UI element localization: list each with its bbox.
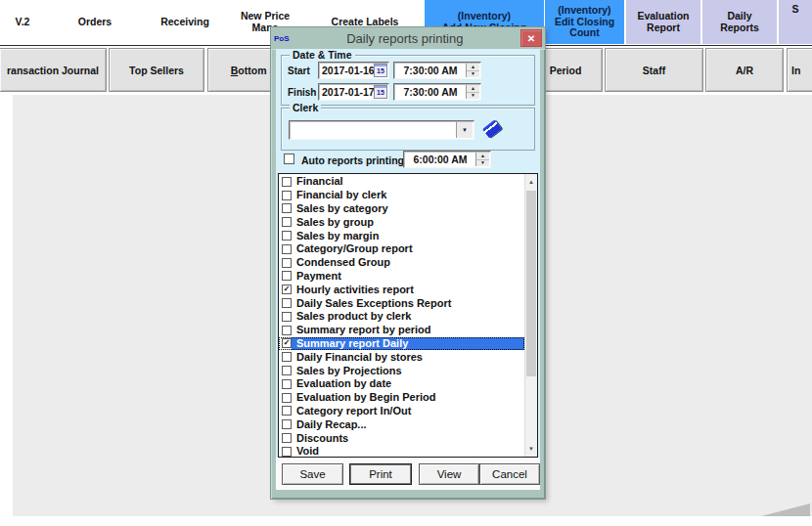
checkbox-icon[interactable]: [282, 406, 292, 416]
report-label[interactable]: Sales by group: [292, 216, 524, 229]
auto-time-spinner[interactable]: ▲▼: [475, 153, 489, 166]
report-item-sales-by-category[interactable]: Sales by category: [279, 202, 524, 216]
checkbox-icon[interactable]: [282, 379, 292, 389]
checkbox-icon[interactable]: [282, 271, 292, 281]
resize-grip-icon[interactable]: [761, 504, 810, 516]
report-item-void[interactable]: Void: [279, 445, 524, 458]
checkbox-icon[interactable]: [282, 258, 292, 268]
checkbox-icon[interactable]: [282, 312, 292, 322]
cancel-button[interactable]: Cancel: [479, 463, 540, 485]
toolbar-button-s[interactable]: S: [779, 0, 812, 44]
report-label[interactable]: Evaluation by Begin Period: [292, 391, 524, 404]
report-item-category-group-report[interactable]: Category/Group report: [279, 242, 524, 256]
report-label[interactable]: Hourly activities report: [292, 284, 524, 296]
checkbox-checked-icon[interactable]: ✓: [282, 338, 292, 348]
checkbox-icon[interactable]: [282, 366, 292, 375]
report-item-sales-by-group[interactable]: Sales by group: [279, 215, 524, 229]
report-label[interactable]: Condensed Group: [292, 256, 524, 269]
toolbar-button-a-r[interactable]: A/R: [705, 48, 784, 92]
report-label[interactable]: Daily Recap...: [292, 418, 524, 431]
report-item-discounts[interactable]: Discounts: [279, 431, 524, 445]
report-label[interactable]: Payment: [292, 270, 524, 283]
report-label[interactable]: Void: [292, 445, 524, 458]
start-time-spinner[interactable]: ▲▼: [466, 64, 479, 77]
checkbox-icon[interactable]: [282, 217, 292, 227]
clerk-dropdown[interactable]: ▼: [289, 120, 474, 140]
report-item-sales-by-margin[interactable]: Sales by margin: [279, 229, 524, 242]
checkbox-icon[interactable]: [282, 393, 292, 403]
start-time-field[interactable]: 7:30:00 AM ▲▼: [393, 62, 481, 79]
report-item-financial-by-clerk[interactable]: Financial by clerk: [279, 189, 524, 202]
save-button[interactable]: Save: [282, 463, 343, 485]
report-label[interactable]: Summary report by period: [292, 324, 524, 336]
checkbox-icon[interactable]: [282, 203, 292, 213]
auto-reports-checkbox[interactable]: [284, 153, 294, 164]
report-item-daily-sales-exceptions-report[interactable]: Daily Sales Exceptions Report: [279, 296, 524, 310]
finish-time-spinner[interactable]: ▲▼: [466, 85, 479, 99]
report-label[interactable]: Financial by clerk: [292, 189, 524, 201]
scroll-up-icon[interactable]: ▲: [525, 174, 537, 190]
finish-time-field[interactable]: 7:30:00 AM ▲▼: [393, 83, 481, 101]
toolbar-button-receiving[interactable]: Receiving: [145, 0, 226, 44]
report-item-daily-recap[interactable]: Daily Recap...: [279, 417, 524, 431]
checkbox-icon[interactable]: [282, 326, 292, 335]
checkbox-checked-icon[interactable]: ✓: [282, 285, 292, 294]
report-item-financial[interactable]: Financial: [279, 175, 524, 189]
toolbar-button-v-2[interactable]: V.2: [0, 0, 46, 44]
toolbar-button-staff[interactable]: Staff: [605, 48, 703, 92]
report-label[interactable]: Category report In/Out: [292, 405, 524, 417]
report-item-hourly-activities-report[interactable]: ✓Hourly activities report: [279, 283, 524, 296]
spin-down-icon[interactable]: ▼: [467, 71, 479, 78]
report-item-payment[interactable]: Payment: [279, 270, 524, 284]
toolbar-button-daily-reports[interactable]: Daily Reports: [702, 0, 777, 44]
report-label[interactable]: Daily Financial by stores: [292, 351, 524, 364]
report-item-category-report-in-out[interactable]: Category report In/Out: [279, 405, 524, 418]
report-item-evaluation-by-date[interactable]: Evaluation by date: [279, 377, 524, 391]
list-scrollbar[interactable]: ▲ ▼: [524, 174, 537, 457]
checkbox-icon[interactable]: [282, 191, 292, 200]
report-label[interactable]: Sales by category: [292, 202, 524, 215]
spin-down-icon[interactable]: ▼: [467, 93, 479, 100]
chevron-down-icon[interactable]: ▼: [456, 122, 473, 138]
report-label[interactable]: Discounts: [292, 432, 524, 445]
dialog-titlebar[interactable]: PoS Daily reports printing ✕: [271, 27, 545, 49]
close-button[interactable]: ✕: [520, 29, 542, 47]
spin-down-icon[interactable]: ▼: [476, 160, 489, 167]
start-date-field[interactable]: 2017-01-16 15: [318, 62, 389, 79]
report-label[interactable]: Sales product by clerk: [292, 310, 524, 323]
scrollbar-thumb[interactable]: [526, 191, 536, 376]
checkbox-icon[interactable]: [282, 419, 292, 429]
checkbox-icon[interactable]: [282, 433, 292, 443]
report-label[interactable]: Sales by margin: [292, 230, 524, 242]
report-item-daily-financial-by-stores[interactable]: Daily Financial by stores: [279, 350, 524, 364]
checkbox-icon[interactable]: [282, 352, 292, 362]
toolbar-button-in[interactable]: In: [787, 48, 812, 92]
report-label[interactable]: Financial: [292, 175, 524, 188]
toolbar-button-top-sellers[interactable]: Top Sellers: [109, 48, 204, 92]
print-button[interactable]: Print: [349, 463, 412, 485]
checkbox-icon[interactable]: [282, 177, 292, 187]
report-label[interactable]: Sales by Projections: [292, 365, 524, 377]
report-item-sales-by-projections[interactable]: Sales by Projections: [279, 364, 524, 377]
report-item-evaluation-by-begin-period[interactable]: Evaluation by Begin Period: [279, 391, 524, 405]
checkbox-icon[interactable]: [282, 447, 292, 457]
checkbox-icon[interactable]: [282, 231, 292, 241]
calendar-icon[interactable]: 15: [374, 85, 387, 99]
auto-time-field[interactable]: 6:00:00 AM ▲▼: [403, 151, 491, 168]
clerk-book-icon[interactable]: [482, 119, 502, 138]
report-label[interactable]: Daily Sales Exceptions Report: [292, 297, 524, 310]
view-button[interactable]: View: [419, 463, 479, 485]
calendar-icon[interactable]: 15: [374, 64, 387, 77]
report-item-summary-report-by-period[interactable]: Summary report by period: [279, 324, 524, 337]
checkbox-icon[interactable]: [282, 298, 292, 308]
toolbar-button-evaluation-report[interactable]: Evaluation Report: [626, 0, 700, 44]
toolbar-button-ransaction-journal[interactable]: ransaction Journal: [0, 48, 107, 92]
checkbox-icon[interactable]: [282, 244, 292, 254]
toolbar-button-orders[interactable]: Orders: [45, 0, 146, 44]
report-item-summary-report-daily[interactable]: ✓Summary report Daily: [279, 337, 524, 351]
report-label[interactable]: Summary report Daily: [292, 337, 524, 350]
finish-date-field[interactable]: 2017-01-17 15: [318, 83, 389, 101]
report-label[interactable]: Category/Group report: [292, 242, 524, 255]
report-item-sales-product-by-clerk[interactable]: Sales product by clerk: [279, 310, 524, 324]
report-label[interactable]: Evaluation by date: [292, 377, 524, 390]
